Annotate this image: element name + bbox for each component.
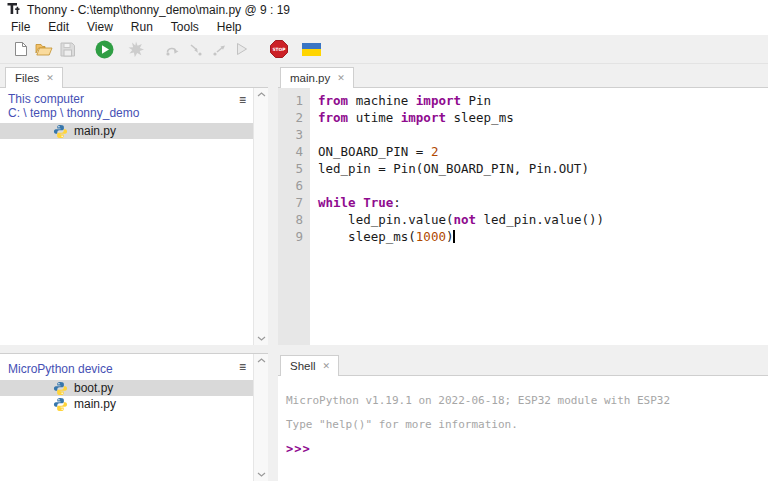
new-file-button[interactable] — [10, 38, 32, 60]
file-item-main.py[interactable]: main.py — [0, 123, 253, 139]
menubar: FileEditViewRunToolsHelp — [0, 19, 768, 35]
close-icon[interactable]: ✕ — [337, 74, 345, 83]
step-into-icon — [189, 43, 203, 56]
line-number: 6 — [278, 177, 303, 194]
menu-item-run[interactable]: Run — [122, 20, 162, 34]
menu-item-edit[interactable]: Edit — [39, 20, 78, 34]
open-folder-icon — [35, 42, 53, 56]
line-number: 8 — [278, 211, 303, 228]
menu-item-help[interactable]: Help — [208, 20, 251, 34]
title-bar: Thonny - C:\temp\thonny_demo\main.py @ 9… — [0, 0, 768, 19]
vertical-splitter[interactable] — [268, 64, 278, 481]
code-line-2: from utime import sleep_ms — [318, 109, 768, 126]
shell-output-line: MicroPython v1.19.1 on 2022-06-18; ESP32… — [286, 389, 768, 413]
files-panel: This computer C: \ temp \ thonny_demo ma… — [0, 87, 268, 345]
file-name: main.py — [74, 397, 116, 411]
step-over-icon — [165, 43, 181, 56]
code-area[interactable]: from machine import Pinfrom utime import… — [310, 88, 768, 345]
shell-tab-label: Shell — [290, 360, 316, 372]
thonny-window: Thonny - C:\temp\thonny_demo\main.py @ 9… — [0, 0, 768, 481]
file-item-main.py[interactable]: main.py — [0, 396, 253, 412]
left-column: Files ✕ This computer C: \ temp \ thonny… — [0, 64, 268, 481]
text-caret — [453, 230, 455, 243]
code-line-6 — [318, 177, 768, 194]
new-file-icon — [14, 41, 28, 57]
svg-text:STOP: STOP — [272, 47, 286, 52]
menu-item-tools[interactable]: Tools — [162, 20, 208, 34]
panel-splitter[interactable] — [278, 345, 768, 353]
python-file-icon — [53, 124, 68, 139]
toolbar: STOP — [0, 35, 768, 64]
scroll-up-icon[interactable] — [257, 92, 266, 97]
step-into-button[interactable] — [185, 38, 207, 60]
stop-button[interactable]: STOP — [268, 38, 290, 60]
scroll-up-icon[interactable] — [257, 358, 266, 363]
run-button[interactable] — [93, 38, 115, 60]
resume-button[interactable] — [231, 38, 253, 60]
device-panel-header[interactable]: MicroPython device — [8, 362, 113, 376]
code-line-8: led_pin.value(not led_pin.value()) — [318, 211, 768, 228]
files-tabrow: Files ✕ — [0, 64, 268, 87]
python-file-icon — [53, 397, 68, 412]
path-breadcrumb[interactable]: C: \ temp \ thonny_demo — [8, 106, 268, 120]
files-scrollbar[interactable] — [253, 88, 268, 345]
file-name: main.py — [74, 124, 116, 138]
tab-files[interactable]: Files ✕ — [5, 67, 63, 88]
scroll-down-icon[interactable] — [257, 336, 266, 341]
tab-shell[interactable]: Shell ✕ — [280, 355, 339, 376]
code-editor[interactable]: 123456789 from machine import Pinfrom ut… — [278, 87, 768, 345]
line-number: 5 — [278, 160, 303, 177]
main-area: Files ✕ This computer C: \ temp \ thonny… — [0, 64, 768, 481]
python-file-icon — [53, 381, 68, 396]
close-icon[interactable]: ✕ — [46, 74, 54, 83]
code-line-7: while True: — [318, 194, 768, 211]
this-computer-link[interactable]: This computer — [8, 92, 268, 106]
shell-output[interactable]: MicroPython v1.19.1 on 2022-06-18; ESP32… — [278, 375, 768, 481]
menu-item-file[interactable]: File — [2, 20, 39, 34]
step-out-icon — [212, 43, 226, 56]
code-line-1: from machine import Pin — [318, 92, 768, 109]
editor-tabrow: main.py ✕ — [278, 64, 768, 87]
ukraine-flag-button[interactable] — [300, 38, 322, 60]
line-number: 7 — [278, 194, 303, 211]
save-file-button[interactable] — [56, 38, 78, 60]
editor-tab-label: main.py — [290, 72, 330, 84]
panel-splitter[interactable] — [0, 345, 268, 353]
line-number: 9 — [278, 228, 303, 245]
tab-main-py[interactable]: main.py ✕ — [280, 67, 354, 88]
shell-tabrow: Shell ✕ — [278, 353, 768, 375]
step-over-button[interactable] — [162, 38, 184, 60]
open-file-button[interactable] — [33, 38, 55, 60]
micropython-device-panel: MicroPython device boot.py main.py ≡ — [0, 353, 268, 481]
resume-icon — [236, 42, 248, 56]
ukraine-flag-icon — [302, 43, 321, 56]
right-column: main.py ✕ 123456789 from machine import … — [278, 64, 768, 481]
line-number: 1 — [278, 92, 303, 109]
device-scrollbar[interactable] — [253, 354, 268, 481]
code-line-5: led_pin = Pin(ON_BOARD_PIN, Pin.OUT) — [318, 160, 768, 177]
files-list: main.py — [0, 123, 268, 139]
line-number: 4 — [278, 143, 303, 160]
menu-item-view[interactable]: View — [78, 20, 122, 34]
close-icon[interactable]: ✕ — [323, 362, 331, 371]
save-icon — [60, 42, 75, 57]
shell-lines: MicroPython v1.19.1 on 2022-06-18; ESP32… — [286, 389, 768, 437]
shell-prompt[interactable]: >>> — [286, 437, 768, 461]
line-number: 2 — [278, 109, 303, 126]
code-line-3 — [318, 126, 768, 143]
panel-menu-icon[interactable]: ≡ — [239, 362, 246, 372]
panel-menu-icon[interactable]: ≡ — [239, 95, 246, 105]
debug-button[interactable] — [125, 38, 147, 60]
files-location: This computer C: \ temp \ thonny_demo — [0, 88, 268, 123]
step-out-button[interactable] — [208, 38, 230, 60]
stop-icon: STOP — [270, 40, 288, 58]
device-files-list: boot.py main.py — [0, 380, 268, 412]
file-item-boot.py[interactable]: boot.py — [0, 380, 253, 396]
debug-icon — [128, 41, 144, 57]
run-icon — [95, 40, 114, 59]
files-tab-label: Files — [15, 72, 39, 84]
scroll-down-icon[interactable] — [257, 472, 266, 477]
shell-output-line: Type "help()" for more information. — [286, 413, 768, 437]
code-line-9: sleep_ms(1000) — [318, 228, 768, 245]
file-name: boot.py — [74, 381, 113, 395]
